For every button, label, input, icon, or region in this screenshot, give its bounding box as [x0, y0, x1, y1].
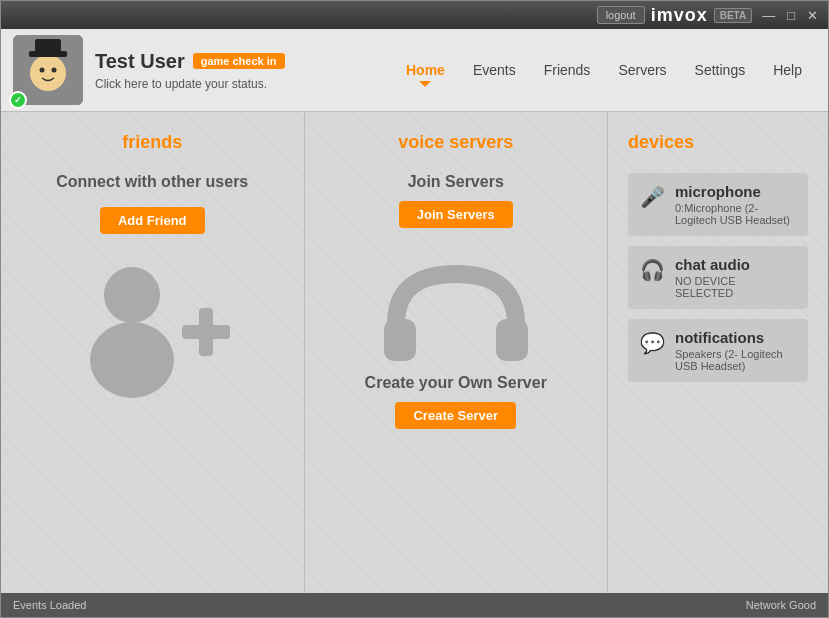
close-button[interactable]: ✕	[803, 9, 822, 22]
nav-settings[interactable]: Settings	[681, 56, 760, 84]
nav-help[interactable]: Help	[759, 56, 816, 84]
microphone-value: 0:Microphone (2- Logitech USB Headset)	[675, 202, 796, 226]
title-bar: logout imvox BETA — □ ✕	[1, 1, 828, 29]
status-bar: Events Loaded Network Good	[1, 593, 828, 617]
maximize-button[interactable]: □	[783, 9, 799, 22]
svg-point-1	[30, 55, 66, 91]
avatar	[13, 35, 83, 105]
status-badge: game check in	[193, 53, 285, 69]
online-indicator	[9, 91, 27, 109]
notifications-value: Speakers (2- Logitech USB Headset)	[675, 348, 796, 372]
svg-point-3	[52, 68, 57, 73]
header: Test User game check in Click here to up…	[1, 29, 828, 112]
create-server-text: Create your Own Server	[365, 374, 547, 392]
add-friend-icon	[62, 250, 242, 400]
svg-rect-11	[496, 319, 528, 361]
chat-audio-value: NO DEVICE SELECTED	[675, 275, 796, 299]
join-servers-text: Join Servers	[408, 173, 504, 191]
chat-audio-name: chat audio	[675, 256, 796, 273]
microphone-info: microphone 0:Microphone (2- Logitech USB…	[675, 183, 796, 226]
minimize-button[interactable]: —	[758, 9, 779, 22]
svg-point-2	[40, 68, 45, 73]
notifications-icon: 💬	[640, 331, 665, 355]
nav-bar: Home Events Friends Servers Settings Hel…	[392, 56, 816, 84]
add-friend-button[interactable]: Add Friend	[100, 207, 205, 234]
chat-audio-icon: 🎧	[640, 258, 665, 282]
voice-servers-section: voice servers Join Servers Join Servers …	[305, 112, 609, 593]
user-status[interactable]: Click here to update your status.	[95, 77, 380, 91]
friends-title: friends	[122, 132, 182, 153]
notifications-info: notifications Speakers (2- Logitech USB …	[675, 329, 796, 372]
logout-button[interactable]: logout	[597, 6, 645, 24]
status-left: Events Loaded	[13, 599, 86, 611]
brand-logo: imvox	[651, 5, 708, 26]
svg-point-6	[104, 267, 160, 323]
svg-point-7	[90, 322, 174, 398]
svg-rect-9	[199, 308, 213, 356]
nav-events[interactable]: Events	[459, 56, 530, 84]
devices-section: devices 🎤 microphone 0:Microphone (2- Lo…	[608, 112, 828, 593]
window-controls: — □ ✕	[758, 9, 822, 22]
friends-section: friends Connect with other users Add Fri…	[1, 112, 305, 593]
user-name-row: Test User game check in	[95, 50, 380, 73]
create-server-button[interactable]: Create Server	[395, 402, 516, 429]
voice-servers-title: voice servers	[398, 132, 513, 153]
chat-audio-card: 🎧 chat audio NO DEVICE SELECTED	[628, 246, 808, 309]
microphone-card: 🎤 microphone 0:Microphone (2- Logitech U…	[628, 173, 808, 236]
svg-rect-10	[384, 319, 416, 361]
username: Test User	[95, 50, 185, 73]
microphone-icon: 🎤	[640, 185, 665, 209]
devices-title: devices	[628, 132, 808, 153]
headphones-icon	[376, 254, 536, 364]
notifications-card: 💬 notifications Speakers (2- Logitech US…	[628, 319, 808, 382]
nav-home[interactable]: Home	[392, 56, 459, 84]
status-right: Network Good	[746, 599, 816, 611]
main-content: friends Connect with other users Add Fri…	[1, 112, 828, 593]
notifications-name: notifications	[675, 329, 796, 346]
join-servers-button[interactable]: Join Servers	[399, 201, 513, 228]
microphone-name: microphone	[675, 183, 796, 200]
svg-rect-5	[35, 39, 61, 53]
nav-servers[interactable]: Servers	[604, 56, 680, 84]
app-window: logout imvox BETA — □ ✕	[0, 0, 829, 618]
connect-text: Connect with other users	[56, 173, 248, 191]
user-info: Test User game check in Click here to up…	[95, 50, 380, 91]
chat-audio-info: chat audio NO DEVICE SELECTED	[675, 256, 796, 299]
nav-friends[interactable]: Friends	[530, 56, 605, 84]
beta-badge: BETA	[714, 8, 752, 23]
